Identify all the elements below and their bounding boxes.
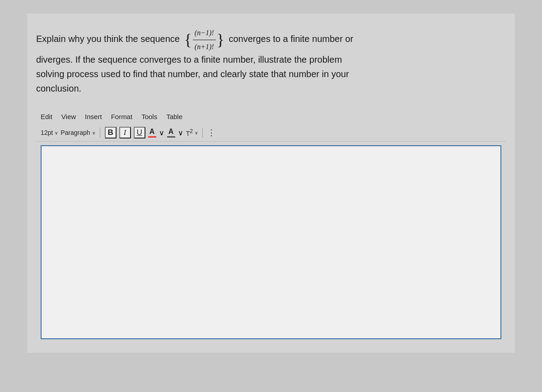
paragraph-dropdown[interactable]: Paragraph ∨	[61, 129, 95, 136]
paragraph-chevron: ∨	[92, 130, 95, 135]
question-line2: diverges. If the sequence converges to a…	[36, 55, 342, 65]
question-line3: solving process used to find that number…	[36, 69, 349, 79]
highlight-color-chevron[interactable]: ∨	[178, 129, 183, 137]
toolbar-divider-1	[100, 128, 100, 138]
text-editor-area[interactable]	[41, 145, 501, 339]
menu-view[interactable]: View	[61, 113, 76, 120]
bold-button[interactable]: B	[105, 127, 117, 138]
menu-table[interactable]: Table	[166, 113, 182, 120]
menu-edit[interactable]: Edit	[41, 113, 52, 120]
question-text: Explain why you think the sequence { (n−…	[36, 27, 506, 96]
more-options-button[interactable]: ⋮	[207, 128, 216, 138]
italic-button[interactable]: I	[119, 127, 131, 138]
font-color-chevron[interactable]: ∨	[159, 129, 164, 137]
menu-format[interactable]: Format	[111, 113, 133, 120]
toolbar-divider-2	[202, 128, 203, 138]
editor-container: Edit View Insert Format Tools Table 12pt…	[36, 109, 506, 339]
brace-right: }	[217, 32, 224, 48]
brace-left: {	[184, 32, 192, 48]
highlight-color-letter: A	[168, 128, 174, 136]
fraction: (n−1)! (n+1)!	[193, 27, 216, 52]
question-line4: conclusion.	[36, 83, 81, 93]
menu-bar: Edit View Insert Format Tools Table	[36, 109, 506, 124]
highlight-color-bar	[167, 136, 175, 138]
highlight-color-button[interactable]: A	[167, 128, 175, 138]
font-color-bar	[148, 136, 156, 138]
denominator: (n+1)!	[193, 40, 216, 53]
font-size-chevron: ∨	[55, 130, 58, 135]
superscript-dropdown[interactable]: T2 ∨	[186, 128, 198, 137]
question-line1-end: converges to a finite number or	[229, 34, 353, 44]
superscript-chevron: ∨	[195, 130, 198, 135]
question-line1-start: Explain why you think the sequence	[36, 34, 180, 44]
math-expression: { (n−1)! (n+1)! }	[184, 27, 224, 52]
numerator: (n−1)!	[193, 27, 216, 40]
superscript-value: T2	[186, 128, 193, 137]
main-container: Explain why you think the sequence { (n−…	[27, 14, 515, 353]
font-size-value: 12pt	[41, 129, 53, 136]
menu-insert[interactable]: Insert	[85, 113, 102, 120]
font-size-dropdown[interactable]: 12pt ∨	[41, 129, 58, 136]
toolbar: 12pt ∨ Paragraph ∨ B I U A ∨ A ∨ T2	[36, 124, 506, 142]
paragraph-value: Paragraph	[61, 129, 90, 136]
underline-button[interactable]: U	[134, 127, 145, 138]
menu-tools[interactable]: Tools	[141, 113, 157, 120]
font-color-letter: A	[150, 128, 155, 136]
font-color-button[interactable]: A	[148, 128, 156, 138]
